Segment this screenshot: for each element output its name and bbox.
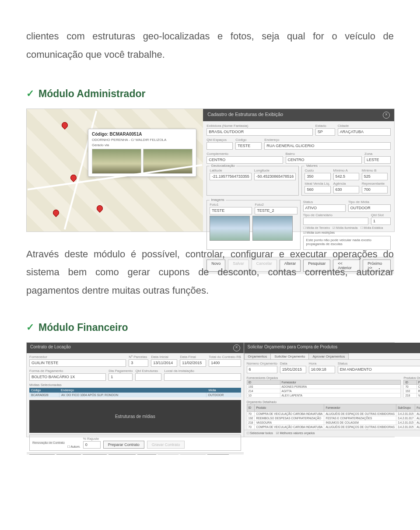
input-status[interactable]: ATIVO xyxy=(303,204,346,212)
photo-thumb-1[interactable] xyxy=(210,216,250,241)
form-cadastro: Cadastro de Estruturas de Exibição × Exi… xyxy=(203,109,394,232)
input-estado[interactable]: SP xyxy=(315,128,335,136)
input-mina[interactable]: 542.5 xyxy=(333,173,359,180)
input-minb[interactable]: 525 xyxy=(362,173,388,180)
input-lon[interactable]: -50.45230865478516 xyxy=(254,173,296,180)
label-bairro: Bairro xyxy=(286,152,362,156)
input-total[interactable]: 1400 xyxy=(209,359,241,367)
input-zona[interactable]: LESTE xyxy=(364,156,391,164)
input-foto1[interactable]: TESTE xyxy=(210,207,252,214)
map-pin-icon[interactable] xyxy=(95,204,104,213)
btn-salvar2[interactable]: Salvar xyxy=(158,454,179,455)
screenshot-admin: Código: BCMARA0051A ODORNHO PERENHA - C/… xyxy=(26,109,395,232)
input-dia[interactable]: 1 xyxy=(108,373,133,381)
btn-imprimir[interactable]: Imprimir xyxy=(83,454,107,455)
pane-contrato-locacao: Contrato de Locação × FornecedorGUILIN T… xyxy=(27,343,244,437)
input-numero-orc[interactable]: 6 xyxy=(247,366,277,373)
btn-pesquisar2[interactable]: Pesquisar xyxy=(108,454,136,455)
input-fornecedor[interactable]: GUILIN TESTE xyxy=(29,359,126,367)
legend-valores: Valores xyxy=(304,164,319,168)
input-ideal[interactable]: 560 xyxy=(304,186,330,193)
label-exibidora: Exibidora (Nome Fantasia) xyxy=(206,124,313,128)
check-auto[interactable]: ☐ Autom. xyxy=(67,445,80,449)
popup-photo-2 xyxy=(143,149,192,174)
input-complemento[interactable]: CENTRO xyxy=(206,156,283,164)
form2-title-left: Contrato de Locação xyxy=(30,344,71,351)
input-cidade[interactable]: ARAÇATUBA xyxy=(338,128,391,136)
btn-gravar-contrato[interactable]: Gravar Contrato xyxy=(147,441,185,449)
label-data-final: Data Final xyxy=(180,355,206,359)
tab-solicitar[interactable]: Solicitar Orçamento xyxy=(270,353,309,359)
input-status-orc[interactable]: EM ANDAMENTO xyxy=(338,366,420,373)
input-codigo[interactable]: TESTE xyxy=(235,142,262,150)
input-endereco[interactable]: RUA GENERAL GLICERIO xyxy=(264,142,391,150)
input-tipo-cal[interactable] xyxy=(303,218,368,225)
input-data-inicial[interactable]: 13/11/2014 xyxy=(151,359,177,367)
btn-preparar[interactable]: Preparar Contrato xyxy=(103,441,144,449)
input-data-orc[interactable]: 15/01/2015 xyxy=(280,366,306,373)
label-numero-orc: Número Orçamento xyxy=(247,362,277,365)
label-qtd-espacos: Qtd Espaços xyxy=(206,138,233,142)
table-produtos-orcados[interactable]: IDProdutoValor Atual70COMPRA DE VEICULAÇ… xyxy=(403,380,420,398)
tab-aprovar[interactable]: Aprovar Orçamentos xyxy=(308,353,349,359)
table-orcamento-detalhado[interactable]: IDProdutoFornecedorSubGrupoFornecedorVal… xyxy=(247,404,420,430)
btn-alterar2[interactable]: Alterar xyxy=(207,454,229,455)
input-custo[interactable]: 350 xyxy=(304,173,330,180)
legend-imagens: Imagens xyxy=(210,198,226,202)
intro-paragraph: clientes com estruturas geo-localizadas … xyxy=(26,27,394,64)
estruturas-midias-placeholder: Estruturas de mídias xyxy=(29,400,241,433)
input-tipo-midia[interactable]: OUTDOOR xyxy=(348,204,391,212)
check-melhores-valores[interactable]: ☑ Melhores valores orçados xyxy=(276,432,315,435)
btn-distratos[interactable]: Distratos xyxy=(29,454,55,455)
label-estado: Estado xyxy=(315,124,335,128)
input-agencia[interactable]: 630 xyxy=(333,186,359,193)
label-status-orc: Status xyxy=(338,362,420,365)
label-fornecedores-orcados: Fornecedores Orçados xyxy=(247,376,401,379)
input-rajuste[interactable]: 0 xyxy=(83,441,101,449)
input-exibidora[interactable]: BRASIL OUTDOOR xyxy=(206,128,313,136)
input-qtd[interactable] xyxy=(135,373,161,381)
photo-thumb-2[interactable] xyxy=(252,216,293,241)
section-modulo-administrador: ✓ Módulo Administrador xyxy=(26,88,394,100)
map-pin-icon[interactable] xyxy=(60,121,69,130)
tab-orcamentos[interactable]: Orçamentos xyxy=(244,353,271,359)
cell-endereco: AV. DO FICO 1004 APÓS SUP. RONDON xyxy=(60,393,206,397)
btn-novo2[interactable]: Novo xyxy=(137,454,156,455)
map-pin-icon[interactable] xyxy=(52,208,60,217)
cell-codigo: BCARA0028 xyxy=(29,393,60,397)
label-orcamento-detalhado: Orçamento Detalhado xyxy=(247,400,420,404)
close-icon[interactable]: × xyxy=(233,344,240,351)
input-repr[interactable]: 700 xyxy=(362,186,388,193)
input-bairro[interactable]: CENTRO xyxy=(286,156,362,164)
check-selecionar-todos[interactable]: ☐ Selecionar todos xyxy=(247,432,273,435)
input-lat[interactable]: -21.19577564733355 xyxy=(210,173,252,180)
legend-geo: Geolocalização xyxy=(210,164,236,168)
close-icon[interactable]: × xyxy=(383,112,390,119)
popup-note: Gerado via xyxy=(92,143,192,147)
midias-table-row[interactable]: BCARA0028 AV. DO FICO 1004 APÓS SUP. RON… xyxy=(29,393,241,397)
input-data-final[interactable]: 11/02/2015 xyxy=(180,359,206,367)
btn-contrato[interactable]: Contrato xyxy=(56,454,81,455)
btn-cancelar2[interactable]: Cancelar xyxy=(180,454,206,455)
check-restricoes[interactable]: Mídia com restrições xyxy=(307,231,335,234)
input-qtd-slot[interactable]: 1 xyxy=(371,218,391,225)
check-terceiro[interactable]: ☐ Mídia de Terceiro xyxy=(303,226,330,230)
label-local: Local da instalação xyxy=(164,369,241,373)
map-panel[interactable]: Código: BCMARA0051A ODORNHO PERENHA - C/… xyxy=(27,109,203,232)
input-local[interactable] xyxy=(164,373,241,381)
input-hora-orc[interactable]: 16:09:18 xyxy=(309,366,335,373)
admin-body-paragraph: Através deste módulo é possível, control… xyxy=(26,245,394,300)
check-iluminada[interactable]: ☑ Mídia Iluminada xyxy=(332,226,357,230)
popup-subtitle: ODORNHO PERENHA - C/ WALDIR FELIZOLA xyxy=(92,138,192,142)
input-pagamento[interactable]: BOLETO BANCÁRIO 1X xyxy=(29,373,106,381)
col-midia: Mídia xyxy=(207,388,241,393)
table-fornecedores-orcados[interactable]: IDFornecedor193ADONES PEREIRA214AGITTA10… xyxy=(247,380,401,398)
form2-title-right: Solicitar Orçamento para Compra de Produ… xyxy=(248,344,338,351)
check-estatica[interactable]: ☐ Mídia Estática xyxy=(360,226,383,230)
input-parcelas[interactable]: 3 xyxy=(129,359,148,367)
input-qtd-espacos[interactable] xyxy=(206,142,233,150)
input-foto2[interactable]: TESTE_2 xyxy=(255,207,297,214)
map-pin-icon[interactable] xyxy=(69,173,78,182)
popup-photo-1 xyxy=(92,149,141,174)
col-codigo: Código xyxy=(29,388,59,393)
